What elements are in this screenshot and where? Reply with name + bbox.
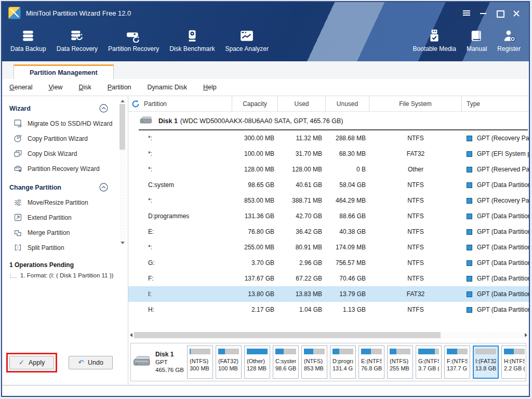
partition-block[interactable]: (FAT32) 100 MB bbox=[216, 345, 242, 379]
scroll-up-icon[interactable] bbox=[121, 100, 125, 102]
change-partition-collapse-icon[interactable] bbox=[99, 183, 108, 192]
sidebar-item-copy-partition-wizard[interactable]: Copy Partition Wizard bbox=[5, 131, 128, 146]
extend-partition-icon bbox=[14, 213, 22, 222]
apply-button[interactable]: ✓ Apply bbox=[9, 356, 54, 369]
disk-group-row[interactable]: Disk 1 (WDC WD5000AAKX-08U6AA0 SATA, GPT… bbox=[128, 112, 529, 130]
disk-name: Disk 1 bbox=[158, 117, 178, 125]
partition-row[interactable]: *: 128.00 MB 128.00 MB 0 B Other GPT (Re… bbox=[128, 162, 529, 177]
menu-item[interactable]: Partition bbox=[108, 81, 131, 94]
partition-row[interactable]: F: 137.67 GB 67.22 GB 70.46 GB NTFS GPT … bbox=[128, 271, 529, 286]
partition-block[interactable]: G:(NTFS) 3.7 GB (U bbox=[416, 345, 442, 379]
sidebar-item-merge-partition[interactable]: Merge Partition bbox=[5, 225, 128, 240]
usage-bar bbox=[247, 349, 268, 354]
partition-block[interactable]: E:(NTFS) 76.8 GB bbox=[358, 345, 384, 379]
column-header-capacity[interactable]: Capacity bbox=[232, 96, 278, 112]
refresh-icon[interactable] bbox=[131, 100, 140, 108]
partition-block[interactable]: C:system 98.6 GB bbox=[273, 345, 299, 379]
toolbar-manual[interactable]: Manual bbox=[461, 25, 492, 55]
toolbar-disk-benchmark[interactable]: Disk Benchmark bbox=[164, 25, 220, 55]
partition-block[interactable]: D:programmes 131.4 GB (U bbox=[330, 345, 356, 379]
close-button[interactable] bbox=[512, 9, 521, 17]
hamburger-menu-icon[interactable] bbox=[462, 9, 471, 17]
column-header-file-system[interactable]: File System bbox=[369, 96, 462, 112]
partition-color-swatch bbox=[467, 198, 472, 204]
window-controls bbox=[462, 9, 523, 17]
maximize-button[interactable] bbox=[496, 9, 504, 17]
disk-map-disk-info[interactable]: Disk 1 GPT 465.76 GB bbox=[133, 351, 184, 374]
scrollbar-thumb[interactable] bbox=[119, 104, 125, 150]
partition-block[interactable]: H:(NTFS) 2.2 GB (U bbox=[501, 345, 526, 379]
partition-row[interactable]: C:system 98.65 GB 40.61 GB 58.04 GB NTFS… bbox=[128, 177, 529, 193]
partition-block[interactable]: F:(NTFS) 137.7 GB (U bbox=[444, 345, 470, 379]
scroll-left-icon[interactable] bbox=[130, 333, 132, 337]
scroll-right-icon[interactable] bbox=[525, 333, 527, 337]
usage-bar bbox=[475, 349, 496, 354]
column-header-type[interactable]: Type bbox=[462, 96, 529, 112]
partition-row[interactable]: I: 13.80 GB 13.83 MB 13.79 GB FAT32 GPT … bbox=[128, 286, 529, 302]
toolbar-data-backup[interactable]: Data Backup bbox=[5, 25, 51, 55]
partition-block[interactable]: (NTFS) 300 MB bbox=[187, 345, 213, 379]
usage-bar bbox=[218, 349, 239, 354]
partition-row[interactable]: D:programmes 131.36 GB 42.70 GB 88.66 GB… bbox=[128, 208, 529, 224]
migrate-os-icon bbox=[14, 119, 22, 128]
usage-bar-used bbox=[304, 349, 313, 354]
disk-map-scheme: GPT bbox=[155, 358, 184, 366]
partition-block[interactable]: (NTFS) 255 MB bbox=[387, 345, 413, 379]
partition-color-swatch bbox=[467, 245, 472, 250]
usage-bar bbox=[304, 349, 325, 354]
toolbar-register[interactable]: Register bbox=[492, 25, 526, 55]
undo-button[interactable]: ↶ Undo bbox=[69, 356, 113, 369]
usage-bar bbox=[418, 349, 439, 354]
partition-row[interactable]: *: 100.00 MB 31.70 MB 68.30 MB FAT32 GPT… bbox=[128, 146, 529, 162]
change-partition-section-title: Change Partition bbox=[9, 184, 61, 191]
sidebar-item-partition-recovery-wizard[interactable]: Partition Recovery Wizard bbox=[5, 161, 128, 176]
operations-pending-title: 1 Operations Pending bbox=[5, 255, 128, 271]
partition-row[interactable]: E: 76.80 GB 36.42 GB 40.38 GB NTFS GPT (… bbox=[128, 224, 529, 240]
sidebar-item-copy-disk-wizard[interactable]: Copy Disk Wizard bbox=[5, 146, 128, 161]
menu-item[interactable]: Dynamic Disk bbox=[148, 81, 187, 94]
partition-block[interactable]: I:(FAT32) 13.8 GB bbox=[473, 345, 499, 379]
manual-icon bbox=[470, 27, 484, 43]
partition-block[interactable]: (NTFS) 853 MB bbox=[301, 345, 327, 379]
sidebar-item-migrate-os[interactable]: Migrate OS to SSD/HD Wizard bbox=[5, 116, 128, 131]
column-header-partition[interactable]: Partition bbox=[128, 96, 232, 112]
partition-row[interactable]: *: 255.00 MB 80.91 MB 174.09 MB NTFS GPT… bbox=[128, 240, 529, 255]
partition-row[interactable]: G: 3.70 GB 2.96 GB 756.57 MB NTFS GPT (D… bbox=[128, 255, 529, 271]
column-header-used[interactable]: Used bbox=[278, 96, 326, 112]
apply-annotation-box: ✓ Apply bbox=[6, 353, 57, 373]
tab-partition-management[interactable]: Partition Management bbox=[14, 64, 114, 79]
partition-color-swatch bbox=[467, 229, 472, 235]
disk-drive-icon bbox=[140, 116, 152, 126]
menu-item[interactable]: General bbox=[9, 81, 32, 94]
toolbar-data-recovery[interactable]: Data Recovery bbox=[51, 25, 103, 55]
pending-operation-item[interactable]: 1. Format: (I: ( Disk 1 Partition 11 )) bbox=[5, 271, 128, 280]
menu-item[interactable]: View bbox=[48, 81, 62, 94]
toolbar-space-analyzer[interactable]: Space Analyzer bbox=[220, 25, 274, 55]
disk-drive-icon-large bbox=[133, 355, 151, 369]
table-horizontal-scrollbar[interactable] bbox=[130, 331, 527, 339]
sidebar-item-extend-partition[interactable]: Extend Partition bbox=[5, 210, 128, 225]
partition-color-swatch bbox=[467, 167, 472, 172]
sidebar-item-split-partition[interactable]: Split Partition bbox=[5, 240, 128, 255]
usage-bar-used bbox=[218, 349, 225, 354]
top-banner: MiniTool Partition Wizard Free 12.0 Data… bbox=[2, 2, 529, 61]
partition-row[interactable]: H: 2.17 GB 1.04 GB 1.13 GB NTFS GPT (Dat… bbox=[128, 302, 529, 317]
column-header-unused[interactable]: Unused bbox=[326, 96, 369, 112]
sidebar-scrollbar[interactable] bbox=[119, 98, 126, 246]
hscrollbar-track[interactable] bbox=[441, 332, 523, 338]
toolbar-partition-recovery[interactable]: Partition Recovery bbox=[103, 25, 164, 55]
hscrollbar-thumb[interactable] bbox=[134, 332, 441, 338]
app-logo-icon bbox=[8, 7, 21, 19]
partition-row[interactable]: *: 853.00 MB 388.71 MB 464.29 MB NTFS GP… bbox=[128, 193, 529, 208]
menu-item[interactable]: Help bbox=[203, 81, 217, 94]
partition-block[interactable]: (Other) 128 MB bbox=[244, 345, 270, 379]
disk-map-size: 465.76 GB bbox=[155, 366, 184, 374]
partition-row[interactable]: *: 300.00 MB 11.32 MB 288.68 MB NTFS GPT… bbox=[128, 130, 529, 146]
scrollbar-track[interactable] bbox=[119, 150, 125, 240]
toolbar-bootable-media[interactable]: Bootable Media bbox=[408, 25, 461, 55]
menu-item[interactable]: Disk bbox=[78, 81, 91, 94]
wizard-collapse-icon[interactable] bbox=[99, 104, 108, 113]
scroll-down-icon[interactable] bbox=[121, 242, 125, 244]
sidebar-item-move-resize[interactable]: Move/Resize Partition bbox=[5, 195, 128, 210]
minimize-button[interactable] bbox=[479, 9, 487, 17]
